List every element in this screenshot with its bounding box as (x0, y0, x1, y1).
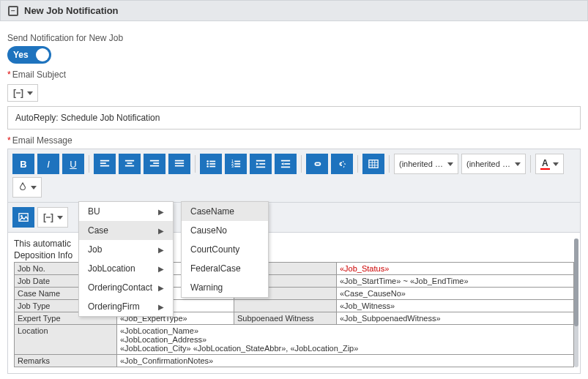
svg-text:3: 3 (231, 164, 234, 168)
insert-field-icon (42, 212, 54, 222)
svg-rect-4 (127, 162, 133, 164)
svg-rect-23 (234, 166, 240, 168)
svg-rect-19 (234, 161, 240, 162)
outdent-button[interactable] (250, 154, 272, 174)
insert-field-button[interactable] (37, 207, 68, 228)
svg-marker-29 (281, 162, 284, 165)
notify-label: Send Notification for New Job (7, 33, 581, 43)
svg-rect-3 (125, 160, 134, 162)
bold-button[interactable]: B (12, 154, 34, 174)
scrollbar-thumb[interactable] (574, 239, 578, 326)
menu-item[interactable]: JobLocation▶ (79, 259, 173, 278)
menu-item[interactable]: Job▶ (79, 240, 173, 259)
menu-item[interactable]: Case▶ (79, 221, 173, 240)
svg-rect-31 (281, 167, 290, 168)
table-row: Remarks«Job_ConfirmationNotes» (15, 355, 574, 367)
subject-label: *Email Subject (7, 70, 581, 80)
svg-rect-15 (209, 163, 215, 165)
svg-rect-5 (125, 165, 134, 167)
submenu-item[interactable]: CaseName (182, 202, 268, 221)
svg-rect-10 (175, 162, 184, 164)
collapse-toggle[interactable]: − (8, 6, 18, 16)
submenu-item[interactable]: CauseNo (182, 221, 268, 240)
bg-color-button[interactable] (12, 177, 42, 198)
menu-item[interactable]: OrderingContact▶ (79, 278, 173, 297)
svg-rect-26 (259, 163, 265, 165)
unordered-list-button[interactable] (200, 154, 222, 174)
ordered-list-button[interactable]: 123 (225, 154, 247, 174)
subject-insert-field-button[interactable] (7, 84, 38, 102)
svg-rect-27 (256, 167, 265, 168)
svg-rect-17 (209, 166, 215, 168)
menu-item[interactable]: OrderingFirm▶ (79, 297, 173, 316)
notify-toggle[interactable]: Yes (7, 46, 51, 64)
svg-rect-30 (284, 163, 290, 165)
editor-toolbar-row2: BU▶Case▶Job▶JobLocation▶OrderingContact▶… (7, 203, 581, 233)
svg-point-12 (206, 160, 209, 162)
align-center-button[interactable] (119, 154, 141, 174)
indent-button[interactable] (275, 154, 297, 174)
svg-rect-1 (100, 162, 106, 164)
message-label: *Email Message (7, 135, 581, 146)
svg-rect-0 (100, 160, 109, 162)
submenu-item[interactable]: Warning (182, 278, 268, 297)
toggle-text: Yes (13, 50, 29, 60)
svg-rect-9 (175, 160, 184, 162)
svg-rect-24 (256, 160, 265, 162)
svg-point-14 (206, 163, 209, 165)
font-size-select[interactable]: (inherited s... (461, 154, 526, 174)
underline-button[interactable]: U (62, 154, 84, 174)
svg-marker-25 (256, 162, 259, 165)
align-right-button[interactable] (144, 154, 165, 174)
svg-rect-2 (100, 165, 109, 167)
link-button[interactable] (306, 154, 328, 174)
svg-rect-21 (234, 163, 240, 165)
svg-rect-6 (150, 160, 159, 162)
svg-rect-13 (209, 161, 215, 162)
insert-field-submenu: CaseNameCauseNoCourtCountyFederalCaseWar… (181, 201, 269, 298)
svg-rect-11 (175, 165, 184, 167)
submenu-item[interactable]: CourtCounty (182, 240, 268, 259)
toggle-knob (36, 48, 49, 61)
svg-point-16 (206, 165, 209, 168)
submenu-item[interactable]: FederalCase (182, 259, 268, 278)
editor-toolbar: B I U 123 (inherited f... (inherited s..… (7, 149, 581, 203)
svg-rect-8 (150, 165, 159, 167)
italic-button[interactable]: I (37, 154, 59, 174)
table-row: Location«JobLocation_Name»«JobLocation_A… (15, 325, 574, 355)
text-color-button[interactable]: A (535, 154, 564, 174)
unlink-button[interactable] (331, 154, 353, 174)
section-title: New Job Notification (24, 5, 119, 16)
image-button[interactable] (12, 207, 34, 228)
svg-rect-7 (153, 162, 159, 164)
align-justify-button[interactable] (168, 154, 190, 174)
table-button[interactable] (362, 154, 384, 174)
align-left-button[interactable] (94, 154, 116, 174)
insert-field-menu: BU▶Case▶Job▶JobLocation▶OrderingContact▶… (78, 201, 174, 317)
insert-field-icon (12, 88, 24, 98)
svg-rect-32 (369, 160, 378, 168)
svg-rect-28 (281, 160, 290, 162)
menu-item[interactable]: BU▶ (79, 202, 173, 221)
subject-input[interactable]: AutoReply: Schedule Job Notification (7, 106, 581, 130)
font-family-select[interactable]: (inherited f... (394, 154, 458, 174)
